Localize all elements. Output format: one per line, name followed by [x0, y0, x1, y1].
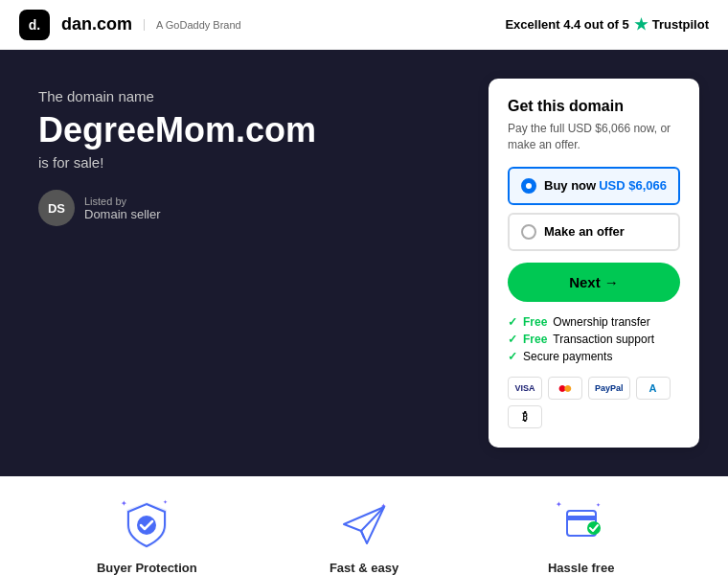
benefits-list: ✓ Free Ownership transfer ✓ Free Transac…	[508, 315, 680, 363]
shield-icon: ✦ ✦	[118, 495, 175, 553]
mastercard-icon: ●●	[548, 377, 582, 400]
feature-buyer-label: Buyer Protectionprogram	[97, 561, 197, 575]
seller-details: Listed by Domain seller	[84, 196, 160, 221]
benefit2-free: Free	[523, 333, 547, 346]
trustpilot-star: ★	[634, 15, 648, 34]
svg-text:✦: ✦	[163, 499, 168, 505]
hero-domain: DegreeMom.com	[38, 110, 469, 150]
make-offer-label: Make an offer	[544, 224, 625, 239]
trustpilot-text: Excellent 4.4 out of 5	[505, 17, 628, 32]
buy-now-radio[interactable]	[521, 178, 536, 194]
features-section: ✦ ✦ Buyer Protectionprogram ✦ F	[0, 476, 728, 575]
benefit-transaction: ✓ Free Transaction support	[508, 333, 680, 346]
feature-transfers: ✦ Fast & easytransfers	[256, 495, 473, 575]
feature-payments-label: Hassle freepayments	[548, 561, 614, 575]
trustpilot-brand: Trustpilot	[652, 17, 709, 32]
trustpilot-badge: Excellent 4.4 out of 5 ★ Trustpilot	[505, 15, 709, 34]
hero-sale-text: is for sale!	[38, 154, 469, 171]
seller-info: DS Listed by Domain seller	[38, 190, 469, 226]
feature-transfers-label: Fast & easytransfers	[330, 561, 398, 575]
seller-avatar: DS	[38, 190, 75, 226]
bitcoin-icon: ₿	[508, 405, 542, 428]
benefit-ownership: ✓ Free Ownership transfer	[508, 315, 680, 329]
benefit3-text: Secure payments	[523, 350, 612, 363]
payment-icon: ✦ ✦	[553, 495, 610, 553]
hero-section: The domain name DegreeMom.com is for sal…	[0, 50, 728, 476]
buy-now-option[interactable]: Buy now USD $6,066	[508, 167, 680, 205]
paypal-icon: PayPal	[588, 377, 630, 400]
buy-now-label: Buy now	[544, 178, 596, 193]
svg-text:✦: ✦	[121, 499, 127, 508]
svg-text:✦: ✦	[556, 500, 562, 509]
seller-name: Domain seller	[84, 207, 160, 221]
card-subtitle: Pay the full USD $6,066 now, or make an …	[508, 121, 680, 153]
feature-buyer-protection: ✦ ✦ Buyer Protectionprogram	[38, 495, 256, 575]
card-title: Get this domain	[508, 98, 680, 115]
amex-icon: A	[636, 377, 671, 400]
hero-subtitle: The domain name	[38, 88, 469, 104]
svg-text:✦: ✦	[596, 502, 601, 508]
benefit2-text: Transaction support	[553, 333, 654, 346]
benefit-secure: ✓ Secure payments	[508, 350, 680, 363]
hero-left: The domain name DegreeMom.com is for sal…	[38, 79, 469, 448]
next-button[interactable]: Next →	[508, 263, 680, 302]
benefit1-free: Free	[523, 315, 547, 329]
payment-icons: VISA ●● PayPal A ₿	[508, 377, 680, 428]
make-offer-radio[interactable]	[521, 224, 536, 240]
header: d. dan.com A GoDaddy Brand Excellent 4.4…	[0, 0, 728, 50]
buy-now-price: USD $6,066	[599, 178, 667, 193]
feature-payments: ✦ ✦ Hassle freepayments	[472, 495, 690, 575]
make-offer-option[interactable]: Make an offer	[508, 213, 680, 251]
domain-card: Get this domain Pay the full USD $6,066 …	[489, 79, 699, 448]
brand-name: dan.com	[61, 14, 132, 34]
dan-logo: d.	[19, 10, 50, 40]
header-left: d. dan.com A GoDaddy Brand	[19, 10, 241, 40]
benefit1-text: Ownership transfer	[553, 315, 649, 329]
visa-icon: VISA	[508, 377, 542, 400]
godaddy-label: A GoDaddy Brand	[144, 19, 241, 31]
seller-label: Listed by	[84, 196, 160, 207]
paper-plane-icon: ✦	[335, 495, 393, 553]
svg-rect-7	[567, 516, 596, 520]
